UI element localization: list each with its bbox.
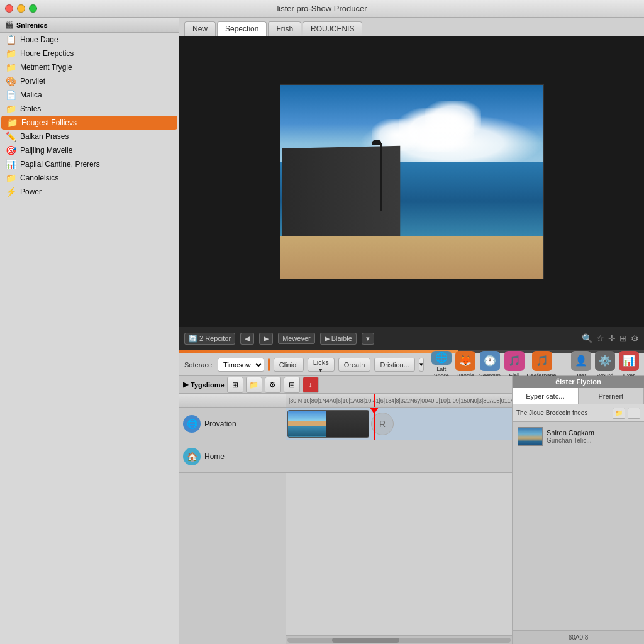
- close-button[interactable]: [5, 4, 13, 13]
- sidebar-item-paijling-mavelle[interactable]: 🎯 Paijling Mavelle: [0, 143, 179, 157]
- play-icon: ▶: [325, 335, 330, 343]
- sidebar-item-papiial-cantine[interactable]: 📊 Papiial Cantine, Prerers: [0, 157, 179, 171]
- title-bar: lister pro-Show Producer: [0, 0, 644, 18]
- timeline-scrollbar[interactable]: [286, 635, 512, 644]
- right-panel-footer: 60A0:8: [513, 630, 644, 644]
- big-icon-laft-spore[interactable]: 🌐 Laft Spore: [431, 351, 452, 379]
- exer-icon: 📊: [619, 351, 639, 371]
- toolbar-dropdown[interactable]: ▾: [419, 358, 424, 372]
- provation-label: Provation: [204, 419, 236, 428]
- sidebar-item-metment-trygle[interactable]: 📁 Metment Trygle: [0, 60, 179, 74]
- preview-area: [179, 36, 644, 327]
- footer-label: 60A0:8: [569, 634, 589, 641]
- big-icon-tast[interactable]: 👤 Tast: [571, 351, 591, 379]
- sidebar-item-label: Stales: [20, 104, 41, 113]
- sidebar-item-label: Houre Erepctics: [20, 49, 74, 58]
- sidebar-item-label: Power: [20, 187, 42, 196]
- sidebar-item-stales[interactable]: 📁 Stales: [0, 102, 179, 116]
- grid-icon[interactable]: ⊞: [619, 333, 627, 343]
- maximize-button[interactable]: [29, 4, 37, 13]
- tab-sepection[interactable]: Sepection: [217, 21, 267, 36]
- rp-folder-btn[interactable]: 📁: [613, 408, 625, 419]
- rp-tab-eyper-label: Eyper catc...: [526, 392, 564, 400]
- rp-name-1: Shiren Cagkam: [547, 429, 594, 436]
- rp-tab-eyper[interactable]: Eyper catc...: [513, 388, 579, 404]
- sidebar-item-houe-dage[interactable]: 📋 Houe Dage: [0, 33, 179, 47]
- sidebar-item-eougest-follievs[interactable]: 📁 Eougest Follievs: [1, 116, 177, 130]
- tabs-bar: New Sepection Frish ROUJCENIS: [179, 18, 644, 36]
- timeline-tracks: R: [286, 408, 512, 635]
- orange-button[interactable]: [268, 358, 270, 371]
- sidebar-item-canolelsics[interactable]: 📁 Canolelsics: [0, 171, 179, 185]
- timeline-section: ▶ Tygsliome ⊞ 📁 ⚙ ⊟ ↓: [179, 376, 644, 644]
- timosow-select[interactable]: Timosow: [218, 358, 264, 372]
- sidebar-item-power[interactable]: ⚡ Power: [0, 185, 179, 199]
- settings-icon[interactable]: ⚙: [631, 333, 639, 343]
- big-icon-deeferpanel[interactable]: 🎵 Deeferpanel: [528, 351, 556, 379]
- sidebar-item-houre-erepctics[interactable]: 📁 Houre Erepctics: [0, 47, 179, 60]
- scrollbar-thumb: [332, 638, 399, 643]
- track-home[interactable]: 🏠 Home: [179, 440, 286, 473]
- dropdown-button[interactable]: ▾: [362, 333, 374, 345]
- sidebar-header: 🎬 Snlrenics: [0, 18, 179, 33]
- sidebar-item-balkan-prases[interactable]: ✏️ Balkan Prases: [0, 130, 179, 143]
- sidebar-item-label: Eougest Follievs: [21, 118, 77, 127]
- repcitor-icon: 🔄: [189, 335, 197, 343]
- rp-toolbar-label: The Jloue Bredcoin fnees: [516, 409, 610, 416]
- cliniol-button[interactable]: Cliniol: [274, 358, 304, 372]
- sidebar: 🎬 Snlrenics 📋 Houe Dage 📁 Houre Erepctic…: [0, 18, 179, 644]
- big-icon-exer[interactable]: 📊 Exer: [619, 351, 639, 379]
- timeline-clip-1[interactable]: [287, 410, 369, 438]
- search-icon[interactable]: 🔍: [582, 333, 592, 343]
- timeline-btn-3[interactable]: ⚙: [265, 377, 281, 393]
- right-panel-content: Shiren Cagkam Gunchan Telic...: [513, 422, 644, 529]
- scrollbar-track: [287, 638, 511, 643]
- ruler-labels: |30|N|1 0|80|1N4 A0|6|10|1 A08|10|4 1|6|…: [286, 397, 512, 404]
- timeline-toolbar: ▶ Tygsliome ⊞ 📁 ⚙ ⊟ ↓: [179, 376, 512, 394]
- rp-info-1: Shiren Cagkam Gunchan Telic...: [547, 429, 594, 444]
- rp-item-1[interactable]: Shiren Cagkam Gunchan Telic...: [515, 425, 641, 448]
- tab-roujcenis[interactable]: ROUJCENIS: [303, 21, 362, 36]
- move-icon[interactable]: ✛: [608, 333, 616, 343]
- oreath-button[interactable]: Oreath: [338, 358, 371, 372]
- timeline-btn-1[interactable]: ⊞: [227, 377, 243, 393]
- rp-tab-prernert[interactable]: Prernert: [579, 388, 645, 404]
- timeline-ruler: |30|N|1 0|80|1N4 A0|6|10|1 A08|10|4 1|6|…: [286, 394, 512, 408]
- prev-frame-button[interactable]: ◀: [240, 333, 254, 345]
- licks-button[interactable]: Licks ▾: [308, 358, 335, 372]
- mewever-button[interactable]: Mewever: [278, 333, 315, 344]
- big-icon-hangie[interactable]: 🦊 Hangie: [455, 351, 475, 379]
- window-controls: [5, 4, 37, 13]
- repcitor-label: 2 Repcitor: [199, 335, 231, 342]
- preview-image: [280, 84, 544, 279]
- big-icon-seeroup[interactable]: 🕐 Seeroup: [479, 351, 501, 379]
- dristion-button[interactable]: Dristion...: [374, 358, 414, 372]
- tab-frish[interactable]: Frish: [268, 21, 301, 36]
- timeline-btn-2[interactable]: 📁: [246, 377, 262, 393]
- folder-icon: 📁: [5, 63, 16, 72]
- track-provation[interactable]: 🌐 Provation: [179, 408, 286, 440]
- provation-track-icon: 🌐: [183, 415, 201, 433]
- tab-new[interactable]: New: [184, 21, 216, 36]
- sidebar-item-label: Canolelsics: [20, 174, 58, 182]
- preview-controls: 🔄 2 Repcitor ◀ ▶ Mewever ▶ Blaible ▾ 🔍 ☆…: [179, 327, 644, 350]
- sidebar-item-malica[interactable]: 📄 Malica: [0, 88, 179, 102]
- blaible-button[interactable]: ▶ Blaible: [320, 333, 357, 345]
- sidebar-item-porvllet[interactable]: 🎨 Porvllet: [0, 74, 179, 88]
- timeline-red-btn[interactable]: ↓: [303, 377, 319, 393]
- minimize-button[interactable]: [17, 4, 25, 13]
- rp-sub-1: Gunchan Telic...: [547, 437, 594, 444]
- star-icon[interactable]: ☆: [596, 333, 604, 343]
- folder-icon: 📁: [5, 174, 16, 182]
- timeline-label-ruler: [179, 394, 286, 408]
- tygsliome-label: Tygsliome: [191, 381, 225, 389]
- clip-thumbnail: [288, 411, 326, 437]
- right-panel-empty: [513, 529, 644, 631]
- next-frame-button[interactable]: ▶: [259, 333, 273, 345]
- big-icon-fiell[interactable]: 🎵 Fiell: [504, 351, 525, 379]
- right-panel-tabs: Eyper catc... Prernert: [513, 388, 644, 404]
- timeline-btn-4[interactable]: ⊟: [284, 377, 300, 393]
- big-icon-wourd[interactable]: ⚙️ Wourd: [595, 351, 615, 379]
- rp-minus-btn[interactable]: −: [628, 408, 640, 419]
- repcitor-button[interactable]: 🔄 2 Repcitor: [184, 333, 235, 345]
